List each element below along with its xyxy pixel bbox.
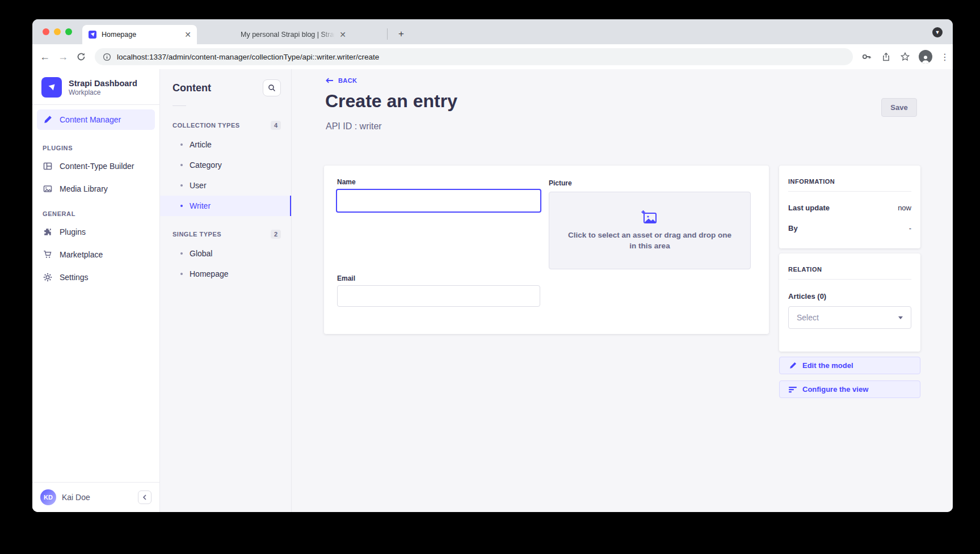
name-input[interactable]: [336, 189, 541, 213]
url-text: localhost:1337/admin/content-manager/col…: [117, 53, 379, 61]
user-name: Kai Doe: [62, 493, 138, 502]
api-id-subtitle: API ID : writer: [326, 121, 382, 132]
info-row-by: By -: [788, 224, 911, 232]
sidebar-item-content-type-builder[interactable]: Content-Type Builder: [32, 155, 159, 177]
tab-search-button[interactable]: ▼: [932, 27, 943, 37]
edit-model-label: Edit the model: [802, 361, 853, 370]
bullet-icon: [180, 273, 183, 275]
sidebar-section-general: GENERAL: [32, 200, 159, 221]
sidebar-divider: [32, 104, 159, 105]
info-label: By: [788, 224, 798, 232]
sidebar-item-content-manager[interactable]: Content Manager: [37, 109, 155, 130]
search-button[interactable]: [263, 79, 281, 96]
group-label: COLLECTION TYPES: [173, 122, 240, 129]
share-icon[interactable]: [880, 51, 891, 62]
articles-select[interactable]: Select: [788, 306, 911, 329]
browser-menu-icon[interactable]: ⋮: [940, 52, 949, 62]
save-button[interactable]: Save: [881, 98, 917, 117]
tab-homepage[interactable]: Homepage ✕: [82, 25, 197, 44]
reload-icon[interactable]: [74, 50, 88, 64]
email-input[interactable]: [337, 285, 540, 307]
subnav-header: Content: [160, 69, 291, 101]
subnav-item-label: User: [190, 181, 207, 190]
subnav-title: Content: [173, 82, 211, 94]
subnav-item-user[interactable]: User: [160, 175, 291, 196]
forward-icon[interactable]: →: [56, 50, 70, 64]
strapi-logo: [41, 77, 62, 98]
entry-form-card: Name Picture Click to select an asset or…: [324, 166, 769, 334]
upload-hint-text: Click to select an asset or drag and dro…: [565, 230, 735, 251]
info-row-last-update: Last update now: [788, 204, 911, 212]
panel-divider: [788, 191, 911, 192]
strapi-favicon-icon: [88, 30, 97, 39]
add-picture-icon: [641, 210, 658, 225]
sidebar-item-plugins[interactable]: Plugins: [32, 221, 159, 243]
sidebar-item-label: Content-Type Builder: [60, 162, 134, 171]
sidebar-item-label: Plugins: [60, 227, 86, 236]
sidebar-item-settings[interactable]: Settings: [32, 266, 159, 289]
relation-panel: RELATION Articles (0) Select: [779, 253, 920, 352]
subnav-item-category[interactable]: Category: [160, 155, 291, 175]
subnav-divider: [173, 105, 186, 106]
name-field-label: Name: [337, 178, 356, 186]
chevron-down-icon: [898, 316, 903, 319]
group-count-badge: 2: [271, 230, 281, 239]
tab-strapi-blog[interactable]: My personal Strapi blog | Strap ✕: [221, 25, 352, 44]
subnav-item-writer[interactable]: Writer: [160, 196, 291, 216]
subnav-item-global[interactable]: Global: [160, 243, 291, 264]
new-tab-button[interactable]: +: [394, 27, 409, 41]
sidebar-section-plugins: PLUGINS: [32, 134, 159, 155]
configure-lines-icon: [789, 386, 797, 394]
user-avatar[interactable]: KD: [40, 489, 56, 505]
sidebar-item-media-library[interactable]: Media Library: [32, 177, 159, 200]
puzzle-icon: [43, 227, 53, 237]
browser-profile-avatar[interactable]: [919, 50, 932, 64]
pencil-icon: [789, 362, 797, 370]
subnav-item-article[interactable]: Article: [160, 134, 291, 155]
sidebar-footer: KD Kai Doe: [32, 482, 159, 512]
subnav-item-homepage[interactable]: Homepage: [160, 264, 291, 284]
collapse-sidebar-button[interactable]: [138, 490, 152, 504]
sidebar-item-label: Marketplace: [60, 250, 103, 259]
workspace-switcher[interactable]: Strapi Dashboard Workplace: [32, 69, 159, 104]
password-key-icon[interactable]: [861, 51, 872, 62]
site-info-icon[interactable]: [103, 53, 111, 61]
back-icon[interactable]: ←: [38, 50, 52, 64]
strapi-admin-app: Strapi Dashboard Workplace Content Manag…: [32, 69, 953, 512]
page-title: Create an entry: [325, 91, 457, 112]
sidebar-item-label: Settings: [60, 273, 89, 282]
cart-icon: [43, 249, 53, 260]
bullet-icon: [180, 205, 183, 207]
zoom-window-button[interactable]: [65, 28, 72, 35]
back-link[interactable]: BACK: [326, 77, 357, 84]
sidebar-item-label: Content Manager: [60, 115, 121, 124]
info-label: Last update: [788, 204, 830, 212]
close-window-button[interactable]: [43, 28, 49, 35]
bookmark-star-icon[interactable]: [899, 51, 911, 62]
minimize-window-button[interactable]: [54, 28, 61, 35]
layout-icon: [43, 161, 53, 171]
select-value: Select: [797, 313, 819, 322]
screenshot: Homepage ✕ My personal Strapi blog | Str…: [0, 0, 980, 554]
info-value: now: [898, 204, 911, 212]
pen-icon: [43, 115, 53, 125]
toolbar-actions: ⋮: [861, 50, 949, 64]
edit-model-button[interactable]: Edit the model: [779, 357, 920, 374]
picture-upload-zone[interactable]: Click to select an asset or drag and dro…: [549, 192, 751, 269]
articles-relation-label: Articles (0): [788, 292, 911, 301]
address-bar[interactable]: localhost:1337/admin/content-manager/col…: [95, 48, 853, 65]
tab-close-icon[interactable]: ✕: [339, 30, 346, 39]
tab-close-icon[interactable]: ✕: [184, 30, 191, 39]
relation-title: RELATION: [788, 253, 911, 273]
sidebar-item-marketplace[interactable]: Marketplace: [32, 243, 159, 266]
configure-view-button[interactable]: Configure the view: [779, 380, 920, 398]
browser-toolbar: ← → localhost:1337/admin/content-manager…: [32, 44, 953, 69]
app-name: Strapi Dashboard: [69, 78, 137, 88]
panel-divider: [788, 279, 911, 280]
tab-title: My personal Strapi blog | Strap: [241, 31, 335, 39]
brand-text: Strapi Dashboard Workplace: [69, 78, 137, 96]
back-arrow-icon: [326, 78, 334, 83]
subnav-item-label: Homepage: [190, 269, 229, 278]
picture-icon: [43, 184, 53, 194]
information-title: INFORMATION: [788, 166, 911, 185]
